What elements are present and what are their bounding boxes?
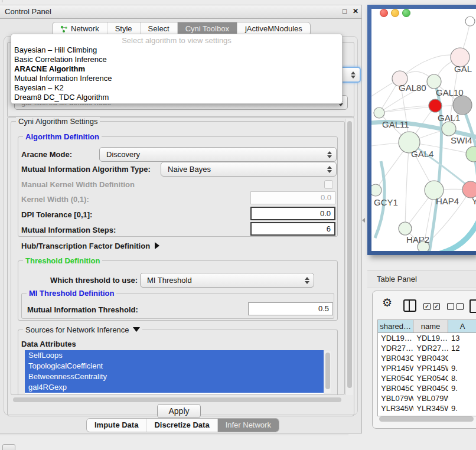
hub-definition-toggle[interactable]: Hub/Transcription Factor Definition — [21, 242, 159, 250]
hub-definition-label: Hub/Transcription Factor Definition — [21, 242, 150, 250]
mi-algorithm-type-combo[interactable]: Naive Bayes — [161, 162, 337, 177]
mac-minimize-icon[interactable] — [391, 9, 399, 17]
table-horizontal-scrollbar[interactable] — [377, 415, 476, 423]
network-edge[interactable] — [405, 142, 409, 229]
network-node[interactable] — [453, 96, 472, 115]
network-canvas[interactable]: GALGAL80GAL10GAL11GAL1GAL4SWI4GCY1HAP4YH… — [371, 9, 476, 251]
manual-kernel-width-checkbox[interactable] — [324, 180, 333, 189]
network-node-gal10[interactable] — [427, 74, 441, 89]
table-panel-title: Table Panel — [377, 275, 417, 283]
network-node-gal1[interactable] — [442, 122, 456, 136]
table-cell: YBL079W — [378, 393, 413, 403]
table-row[interactable]: YBR043CYBR043C — [378, 353, 476, 363]
gear-icon[interactable]: ⚙ — [382, 296, 392, 309]
table-cell: YBR045C — [413, 383, 448, 393]
combo-stepper-icon — [351, 71, 356, 79]
scrollbar-thumb[interactable] — [13, 397, 341, 402]
combo-stepper-icon — [327, 151, 332, 158]
table-row[interactable]: YER054CYER054C8. — [378, 373, 476, 383]
table-cell: YBL079W — [413, 393, 448, 403]
table-row[interactable]: YPR145WYPR145W9. — [378, 363, 476, 373]
table-cell: YDL19… — [378, 333, 413, 343]
collapsed-arrow-icon — [155, 242, 159, 249]
kernel-width-field[interactable]: 0.0 — [250, 191, 335, 204]
kernel-width-label: Kernel Width (0,1): — [21, 195, 89, 204]
table-cell: YLR345W — [378, 403, 413, 413]
attribute-list-item[interactable]: TopologicalCoefficient — [25, 361, 324, 371]
attribute-list-item[interactable]: gal4RGexp — [25, 382, 324, 393]
network-node-label: GAL1 — [438, 113, 460, 123]
node-table[interactable]: shared…nameA YDL19…YDL19…13YDR27…YDR27…1… — [377, 319, 476, 416]
apply-button[interactable]: Apply — [157, 404, 201, 418]
algorithm-option[interactable]: Dream8 DC_TDC Algorithm — [11, 93, 342, 102]
network-node-label: GAL11 — [382, 119, 409, 129]
sources-group-title[interactable]: Sources for Network Inference — [23, 325, 142, 334]
select-unchecked-icon[interactable] — [447, 301, 466, 310]
mi-threshold-field[interactable]: 0.5 — [248, 302, 333, 315]
tab-impute-data[interactable]: Impute Data — [87, 419, 146, 432]
algorithm-option[interactable]: ARACNE Algorithm — [11, 64, 342, 74]
network-node-hap2[interactable] — [399, 222, 412, 235]
scrollbar-thumb[interactable] — [379, 416, 474, 422]
algorithm-option[interactable]: Bayesian – K2 — [11, 83, 342, 93]
algorithm-option[interactable]: Basic Correlation Inference — [11, 55, 342, 64]
tab-discretize-data[interactable]: Discretize Data — [146, 419, 217, 432]
tab-infer-network[interactable]: Infer Network — [217, 419, 279, 432]
mi-algorithm-type-label: Mutual Information Algorithm Type: — [21, 165, 151, 174]
table-row[interactable]: YLR345WYLR345W9. — [378, 403, 476, 413]
network-node[interactable] — [429, 99, 442, 112]
table-row[interactable]: YDR27…YDR27…12 — [378, 343, 476, 353]
close-window-icon[interactable]: ✕ — [353, 7, 358, 15]
scrollbar-thumb[interactable] — [325, 353, 330, 389]
aracne-mode-combo[interactable]: Discovery — [99, 147, 337, 162]
table-row[interactable]: YDL19…YDL19…13 — [378, 333, 476, 343]
table-row[interactable]: YBL079WYBL079W — [378, 393, 476, 403]
network-graph[interactable]: GALGAL80GAL10GAL11GAL1GAL4SWI4GCY1HAP4YH… — [371, 9, 476, 251]
table-panel-header[interactable]: Table Panel — [367, 270, 476, 288]
mi-steps-field[interactable]: 6 — [250, 222, 335, 236]
bottom-left-panel-button[interactable] — [2, 444, 15, 450]
table-cell: YER054C — [378, 373, 413, 383]
aracne-mode-label: Aracne Mode: — [21, 150, 72, 159]
column-layout-icon[interactable] — [403, 299, 416, 312]
network-view-window[interactable]: GALGAL80GAL10GAL11GAL1GAL4SWI4GCY1HAP4YH… — [367, 5, 476, 255]
dpi-tolerance-label: DPI Tolerance [0,1]: — [21, 210, 92, 219]
network-node-gcy1[interactable] — [371, 184, 382, 196]
select-checked-icon[interactable]: ✓✓ — [423, 301, 442, 310]
table-cell: 8. — [448, 373, 476, 383]
scrollbar-thumb[interactable] — [347, 121, 352, 388]
network-node-label: GAL — [454, 64, 472, 74]
algorithm-dropdown-list: Bayesian – Hill ClimbingBasic Correlatio… — [11, 45, 342, 102]
table-column-header[interactable]: name — [413, 320, 448, 332]
attribute-list-item[interactable]: SelfLoops — [25, 350, 324, 361]
table-row[interactable]: YBR045CYBR045C9. — [378, 383, 476, 393]
export-page-icon[interactable] — [470, 299, 476, 313]
manual-kernel-width-label: Manual Kernel Width Definition — [21, 180, 135, 189]
algorithm-option[interactable]: Bayesian – Hill Climbing — [11, 45, 342, 55]
which-threshold-combo[interactable]: MI Threshold — [140, 273, 314, 288]
attribute-list-item[interactable]: BetweennessCentrality — [25, 371, 324, 382]
attribute-list-scrollbar[interactable] — [324, 351, 331, 393]
table-column-header[interactable]: shared… — [378, 320, 413, 332]
network-node-label: SWI4 — [451, 135, 472, 145]
expanded-arrow-icon — [133, 327, 140, 332]
mac-close-icon[interactable] — [380, 9, 388, 17]
dpi-tolerance-field[interactable]: 0.0 — [250, 207, 335, 220]
algorithm-option[interactable]: Mutual Information Inference — [11, 74, 342, 83]
cyni-mode-tabs: Impute Data Discretize Data Infer Networ… — [86, 418, 279, 432]
network-node-gal11[interactable] — [374, 107, 384, 118]
network-node-y[interactable] — [462, 181, 476, 198]
table-cell: YPR145W — [378, 363, 413, 373]
tab-impute-data-label: Impute Data — [94, 419, 138, 432]
table-header-row: shared…nameA — [378, 320, 476, 333]
table-column-header[interactable]: A — [448, 320, 476, 332]
network-node-swi4[interactable] — [466, 146, 476, 162]
splitter-collapse-arrow[interactable] — [362, 218, 365, 223]
control-panel-titlebar[interactable]: Control Panel □ ✕ — [0, 5, 361, 19]
settings-vertical-scrollbar[interactable] — [345, 119, 353, 395]
mac-zoom-icon[interactable] — [402, 9, 410, 17]
network-node[interactable] — [465, 17, 475, 26]
float-window-icon[interactable]: □ — [343, 7, 347, 15]
data-attributes-list[interactable]: SelfLoopsTopologicalCoefficientBetweenne… — [25, 350, 324, 394]
settings-horizontal-scrollbar[interactable] — [11, 396, 345, 403]
